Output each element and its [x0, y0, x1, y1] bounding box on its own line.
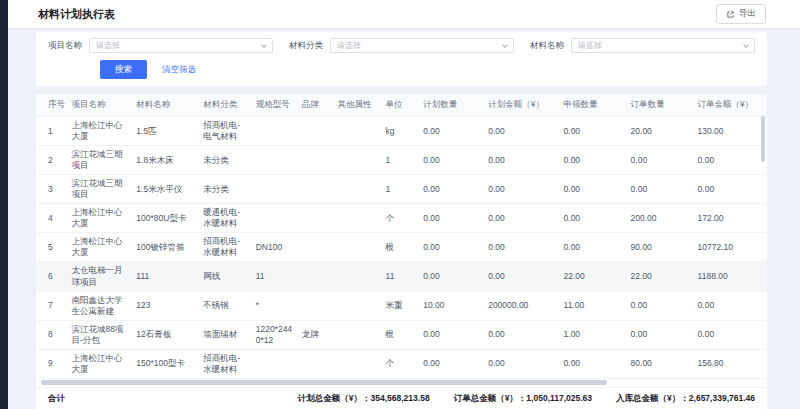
table-cell: 0.00 [484, 175, 559, 204]
table-cell: 上海松江中心大厦 [67, 204, 132, 233]
column-header: 单位 [382, 94, 420, 117]
table-cell: 0.00 [484, 146, 559, 175]
table-cell: 网线 [199, 262, 251, 291]
column-header: 申领数量 [560, 94, 627, 117]
filter-field-label: 项目名称 [48, 40, 82, 52]
filter-select[interactable]: 请选择 [330, 38, 514, 53]
table-cell: 100镀锌管箍 [132, 233, 199, 262]
table-row[interactable]: 4上海松江中心大厦100*80U型卡暖通机电-水暖材料个0.000.000.00… [36, 204, 767, 233]
table-cell: 11 [382, 262, 420, 291]
table-cell: 1220*2440*12 [252, 320, 298, 349]
table-cell: 80.00 [627, 349, 694, 378]
table-cell [298, 204, 334, 233]
table-cell: kg [382, 117, 420, 146]
column-header: 项目名称 [67, 94, 132, 117]
table-cell: 0.00 [560, 117, 627, 146]
filter-select[interactable]: 请选择 [571, 38, 755, 53]
filter-field-label: 材料名称 [530, 40, 564, 52]
export-button[interactable]: 导出 [716, 4, 766, 24]
filter-field-2: 材料名称 请选择 [530, 38, 755, 53]
clear-filter-link[interactable]: 清空筛选 [162, 64, 196, 76]
table-cell [333, 320, 381, 349]
chevron-down-icon [502, 42, 508, 48]
horizontal-scrollbar-thumb[interactable] [41, 380, 607, 385]
table-cell: 滨江花城三期项目 [67, 146, 132, 175]
table-row[interactable]: 2滨江花城三期项目1.8米木床未分类10.000.000.000.000.00 [36, 146, 767, 175]
filter-select[interactable]: 请选择 [89, 38, 273, 53]
table-row[interactable]: 3滨江花城三期项目1.5米水平仪未分类10.000.000.000.000.00 [36, 175, 767, 204]
table-cell: 6 [36, 262, 67, 291]
table-cell [298, 175, 334, 204]
table-cell: 0.00 [627, 320, 694, 349]
column-header: 品牌 [298, 94, 334, 117]
table-cell: 1 [36, 117, 67, 146]
table-cell: 1.5米水平仪 [132, 175, 199, 204]
page-title: 材料计划执行表 [38, 7, 115, 22]
table-row[interactable]: 8滨江花城88项目-分包12石膏板墙面辅材1220*2440*12龙牌根0.00… [36, 320, 767, 349]
table-cell: 1.8米木床 [132, 146, 199, 175]
search-button[interactable]: 搜索 [100, 60, 147, 79]
summary-row: 合计 计划总金额（¥）：354,568,213.58 订单总金额（¥）：1,05… [36, 387, 767, 409]
main-content: 项目名称 请选择 材料分类 请选择 材料名称 请选择 搜索 清空筛选 [36, 32, 767, 409]
table-cell [298, 262, 334, 291]
table-cell: 个 [382, 349, 420, 378]
table-cell: 123 [132, 291, 199, 320]
collapsed-sidebar[interactable] [0, 0, 8, 409]
table-cell [333, 291, 381, 320]
table-cell: 0.00 [560, 204, 627, 233]
table-cell: 根 [382, 233, 420, 262]
chevron-down-icon [261, 42, 267, 48]
table-cell: 11.00 [560, 291, 627, 320]
table-row[interactable]: 1上海松江中心大厦1.5匹招商机电-电气材料kg0.000.000.0020.0… [36, 117, 767, 146]
table-cell [252, 146, 298, 175]
table-cell: 个 [382, 204, 420, 233]
table-cell: 150*100型卡 [132, 349, 199, 378]
table-cell: 0.00 [419, 146, 484, 175]
filter-panel: 项目名称 请选择 材料分类 请选择 材料名称 请选择 搜索 清空筛选 [36, 32, 767, 86]
table-cell: 22.00 [627, 262, 694, 291]
table-cell: 200.00 [627, 204, 694, 233]
vertical-scrollbar-thumb[interactable] [761, 116, 765, 162]
table-cell [252, 349, 298, 378]
table-cell: 22.00 [560, 262, 627, 291]
table-cell: 不锈钢 [199, 291, 251, 320]
table-cell: 0.00 [560, 146, 627, 175]
table-row[interactable]: 9上海松江中心大厦150*100型卡招商机电-水暖材料个0.000.000.00… [36, 349, 767, 378]
table-cell: 1.00 [560, 320, 627, 349]
column-header: 订单数量 [627, 94, 694, 117]
table-cell: 上海松江中心大厦 [67, 349, 132, 378]
table-cell: 9 [36, 349, 67, 378]
export-icon [726, 10, 735, 19]
table-cell: 130.00 [694, 117, 767, 146]
column-header: 其他属性 [333, 94, 381, 117]
table-row[interactable]: 7南阳鑫达大学生公寓新建123不锈钢*米重10.00200000.0011.00… [36, 291, 767, 320]
table-cell: 0.00 [419, 233, 484, 262]
table-cell: 8 [36, 320, 67, 349]
table-panel: 序号项目名称材料名称材料分类规格型号品牌其他属性单位计划数量计划金额（¥）申领数… [36, 94, 767, 409]
select-placeholder: 请选择 [578, 40, 744, 51]
inbound-total: 入库总金额（¥）：2,657,339,761.46 [616, 393, 755, 405]
table-cell: 200000.00 [484, 291, 559, 320]
export-label: 导出 [739, 8, 756, 20]
filter-actions: 搜索 清空筛选 [100, 60, 755, 79]
table-cell: 上海松江中心大厦 [67, 233, 132, 262]
table-cell: 1 [382, 146, 420, 175]
table-cell: 100*80U型卡 [132, 204, 199, 233]
table-cell: 0.00 [560, 233, 627, 262]
chevron-down-icon [743, 42, 749, 48]
table-row[interactable]: 5上海松江中心大厦100镀锌管箍招商机电-水暖材料DN100根0.000.000… [36, 233, 767, 262]
table-cell: 0.00 [419, 117, 484, 146]
table-cell: 招商机电-电气材料 [199, 117, 251, 146]
table-cell: 未分类 [199, 146, 251, 175]
filter-field-0: 项目名称 请选择 [48, 38, 273, 53]
table-cell [333, 175, 381, 204]
table-cell: 172.00 [694, 204, 767, 233]
table-cell: 根 [382, 320, 420, 349]
column-header: 订单金额（¥） [694, 94, 767, 117]
table-cell: 156.80 [694, 349, 767, 378]
select-placeholder: 请选择 [337, 40, 503, 51]
column-header: 材料分类 [199, 94, 251, 117]
table-row[interactable]: 6太仓电梯一月球项目111网线11110.000.0022.0022.00118… [36, 262, 767, 291]
column-header: 计划金额（¥） [484, 94, 559, 117]
table-cell [252, 117, 298, 146]
